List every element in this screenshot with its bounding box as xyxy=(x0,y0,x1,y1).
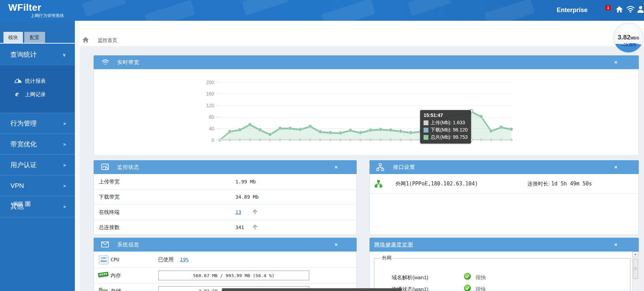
edit-label: +编辑 xyxy=(10,201,23,206)
sidebar-item-query-stats[interactable]: 查询统计 ∨ xyxy=(0,44,75,66)
table-row: 下载带宽 34.89 Mb xyxy=(94,189,356,205)
top-header: WFilter 上网行为管理系统 Enterprise 1 xyxy=(0,0,644,21)
wan-name: 外网1(PPPoE,180.102.63.104) xyxy=(395,180,478,187)
chevron-right-icon: > xyxy=(63,204,66,209)
wan-row[interactable]: 外网1(PPPoE,180.102.63.104) 连接时长: 1d 5h 49… xyxy=(370,174,638,193)
sidebar-tab-config[interactable]: 配置 xyxy=(24,32,45,43)
close-icon[interactable]: × xyxy=(334,164,338,171)
sidebar-item-auth[interactable]: 用户认证 > xyxy=(0,154,75,175)
account-name[interactable]: Enterprise xyxy=(557,7,588,14)
wan-network-icon xyxy=(375,180,382,188)
cpu-row: intel Atom CPU 已使用 19% xyxy=(94,252,356,268)
sidebar-edit-link[interactable]: +编辑2 xyxy=(10,201,31,207)
panel-network-health: 网络健康度监测 × 外网 域名解析(wan1) 很快 连通状态(wan1) xyxy=(369,238,639,291)
cpu-label: CPU xyxy=(111,257,119,262)
horizontal-scrollbar-thumb[interactable] xyxy=(222,288,402,291)
sidebar-tab-modules[interactable]: 模块 xyxy=(3,32,23,43)
breadcrumb[interactable]: 监控首页 xyxy=(98,37,117,44)
health-status: 很快 xyxy=(476,274,486,281)
table-row: 在线终端 13 个 xyxy=(94,204,356,220)
online-devices-link[interactable]: 13 xyxy=(235,209,241,215)
panel-body: 04080120160200 xyxy=(94,69,639,156)
wifi-icon[interactable] xyxy=(626,5,635,13)
table-row: 总连接数 341 个 xyxy=(94,220,356,235)
gauge-speed: 3.82MB/S xyxy=(613,34,644,41)
memory-row: 内存 560.67 MB / 993.99 MB (56.4 %) xyxy=(94,267,356,283)
duration-label: 连接时长: xyxy=(528,180,550,186)
scroll-up-icon: ▲ xyxy=(634,253,637,256)
header-decor-key xyxy=(242,0,289,16)
sidebar-content-gap xyxy=(75,21,80,291)
network-health-title-link[interactable]: 网络健康度监测 xyxy=(374,242,413,248)
panel-title: 监控状态 xyxy=(117,164,139,171)
chevron-right-icon: > xyxy=(63,163,66,168)
header-decor-key xyxy=(321,0,376,21)
sidebar-item-behavior[interactable]: 行为管理 > xyxy=(0,113,75,134)
sidebar-item-stat-reports[interactable]: 统计报表 xyxy=(0,74,75,88)
ram-icon xyxy=(98,272,108,279)
table-row: 上传带宽 1.99 Mb xyxy=(94,174,356,190)
tooltip-row-upload: 上传(Mb): 1.633 xyxy=(424,119,468,126)
sidebar-item-label: 统计报表 xyxy=(25,78,46,84)
thumb-grip xyxy=(634,269,637,269)
panel-header: 实时带宽 × xyxy=(94,55,639,69)
breadcrumb-home-icon[interactable] xyxy=(82,37,89,43)
sidebar: 模块 配置 查询统计 ∨ 统计报表 e 上网记录 行为管理 > xyxy=(0,21,75,291)
row-label: 下载带宽 xyxy=(99,194,120,200)
row-label: 总连接数 xyxy=(99,224,120,231)
row-unit: 个 xyxy=(253,224,258,230)
total-swatch-icon xyxy=(424,135,428,140)
close-icon[interactable]: × xyxy=(614,241,617,248)
notification-badge[interactable]: 1 xyxy=(606,5,611,10)
envelope-icon xyxy=(101,242,109,247)
memory-label: 内存 xyxy=(111,272,121,279)
scroll-up-button[interactable]: ▲ xyxy=(633,252,638,257)
panel-header: 监控状态 × xyxy=(94,160,357,174)
header-decor-key xyxy=(408,0,452,16)
cpu-used-link[interactable]: 19% xyxy=(180,257,189,262)
sidebar-item-bandwidth[interactable]: 带宽优化 > xyxy=(0,134,75,155)
health-row-label: 域名解析(wan1) xyxy=(392,274,428,280)
panel-header: 网络健康度监测 × xyxy=(369,238,639,252)
chevron-right-icon: > xyxy=(63,142,66,147)
sidebar-submenu: 统计报表 e 上网记录 xyxy=(0,66,75,113)
sidebar-item-label: 查询统计 xyxy=(10,50,37,59)
health-scrollbar[interactable]: ▲ xyxy=(632,252,638,291)
cpu-used-label: 已使用 xyxy=(158,256,174,263)
svg-text:200: 200 xyxy=(206,80,215,85)
row-label: 上传带宽 xyxy=(99,179,120,185)
breadcrumb-bar: 监控首页 xyxy=(80,21,644,46)
panel-interface-settings: 接口设置 × 外网1(PPPoE,180.102.63.104) 连接时长: 1… xyxy=(369,160,639,235)
close-icon[interactable]: × xyxy=(614,59,617,66)
sidebar-item-web-records[interactable]: e 上网记录 xyxy=(0,88,75,101)
svg-text:0: 0 xyxy=(211,137,214,143)
bandwidth-chart[interactable]: 04080120160200 xyxy=(94,69,638,155)
row-unit: 个 xyxy=(253,209,258,215)
close-icon[interactable]: × xyxy=(334,241,338,248)
app-logo-subtitle: 上网行为管理系统 xyxy=(31,13,64,19)
panel-body: 外网 域名解析(wan1) 很快 连通状态(wan1) 很快 xyxy=(369,252,639,291)
panel-realtime-bandwidth: 实时带宽 × 04080120160200 xyxy=(94,55,639,156)
duration-value: 1d 5h 49m 50s xyxy=(551,180,592,187)
memory-usage-value: 560.67 MB / 993.99 MB (56.4 %) xyxy=(193,273,275,278)
gauge-speed-unit: MB/S xyxy=(630,36,639,40)
chevron-down-icon: ∨ xyxy=(62,52,66,57)
home-icon[interactable] xyxy=(616,6,623,13)
panel-monitor-status: 监控状态 × 上传带宽 1.99 Mb 下载带宽 34.89 Mb 在线终端 1… xyxy=(94,160,357,235)
thumb-grip xyxy=(634,267,637,268)
sidebar-item-label: VPN xyxy=(10,182,24,190)
user-icon[interactable] xyxy=(637,6,644,13)
close-icon[interactable]: × xyxy=(614,164,617,171)
tooltip-download-value: 下载(Mb): 98.120 xyxy=(430,127,468,133)
health-row: 域名解析(wan1) xyxy=(392,274,428,281)
browser-e-icon: e xyxy=(15,89,19,98)
sidebar-item-vpn[interactable]: VPN > xyxy=(0,175,75,196)
scrollbar-thumb[interactable] xyxy=(633,259,638,279)
tooltip-time: 15:51:47 xyxy=(424,112,468,118)
atom-label: Atom xyxy=(99,260,108,263)
tooltip-total-value: 总共(Mb): 99.753 xyxy=(430,134,468,140)
report-chart-icon xyxy=(15,78,22,84)
thumb-grip xyxy=(634,270,637,270)
panel-header: 接口设置 × xyxy=(369,160,639,174)
speed-gauge[interactable]: 3.82MB/S +0KB/s xyxy=(613,22,644,53)
